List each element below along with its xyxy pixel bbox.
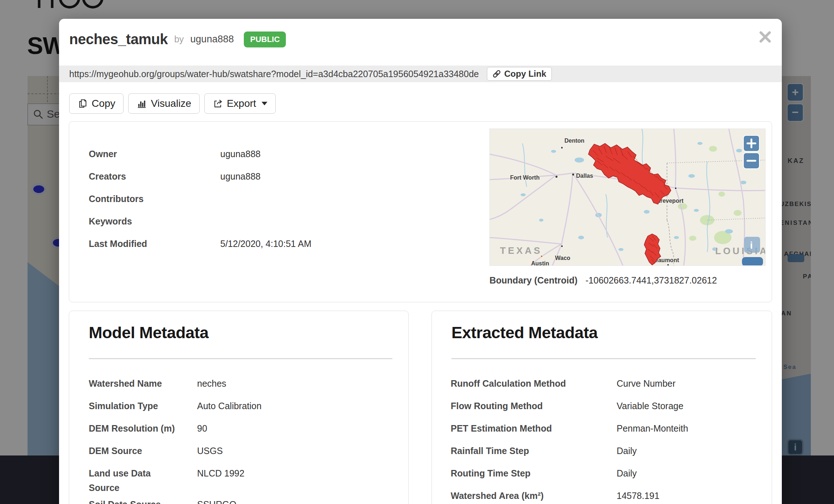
metadata-value: 90 [197, 421, 207, 436]
city-label-dallas: Dallas [576, 173, 593, 179]
metadata-label: Watershed Area (km²) [451, 488, 544, 503]
action-toolbar: Copy Visualize [69, 93, 276, 114]
metadata-label: Watershed Name [89, 376, 179, 391]
visualize-label: Visualize [151, 98, 191, 109]
section-title: Extracted Metadata [451, 323, 598, 342]
metadata-label: Land use Data Source [89, 466, 179, 495]
export-icon [213, 98, 223, 109]
close-icon [758, 30, 772, 44]
city-label-denton: Denton [564, 138, 584, 144]
metadata-value: NLCD 1992 [197, 466, 245, 480]
mini-map-canvas: TEXAS LOUISIANA Denton Fort Worth Dallas… [490, 129, 766, 266]
metadata-value: Daily [617, 444, 637, 458]
section-divider [89, 358, 392, 359]
metadata-label: Runoff Calculation Method [451, 376, 566, 391]
metadata-label: Simulation Type [89, 399, 179, 413]
detail-label: Keywords [89, 214, 132, 228]
metadata-value: Variable Storage [617, 399, 683, 413]
copy-link-label: Copy Link [504, 69, 546, 79]
detail-label: Last Modified [89, 236, 147, 251]
dialog-title-row: neches_tamuk by uguna888 PUBLIC [69, 31, 749, 47]
by-label: by [174, 34, 184, 45]
section-divider [451, 358, 756, 359]
model-metadata-card: Model Metadata Watershed Name neches Sim… [69, 311, 409, 504]
city-label-austin: Austin [531, 260, 549, 266]
chevron-down-icon [262, 102, 267, 105]
section-title: Model Metadata [89, 323, 209, 342]
copy-button[interactable]: Copy [69, 93, 124, 114]
export-label: Export [227, 98, 256, 109]
metadata-label: DEM Resolution (m) [89, 421, 179, 436]
model-title: neches_tamuk [69, 31, 168, 47]
city-label-fort-worth: Fort Worth [510, 175, 539, 181]
metadata-value: Daily [617, 466, 637, 480]
detail-label: Contributors [89, 192, 143, 206]
metadata-value: 14578.191 [617, 488, 659, 503]
watershed-mini-map[interactable]: TEXAS LOUISIANA Denton Fort Worth Dallas… [489, 129, 766, 266]
close-button[interactable] [758, 30, 772, 44]
mini-map-info-button[interactable]: i [744, 237, 760, 253]
boundary-value: -10602663.7441,3731827.02612 [585, 275, 717, 286]
summary-card: Owner uguna888 Creators uguna888 Contrib… [69, 121, 772, 302]
detail-value: uguna888 [220, 169, 260, 184]
copy-icon [78, 98, 88, 109]
mini-map-attribution-bar[interactable] [742, 257, 763, 266]
metadata-value: USGS [197, 444, 223, 458]
detail-value: 5/12/2020, 4:10:51 AM [220, 236, 312, 251]
city-label-waco: Waco [555, 255, 570, 261]
model-detail-dialog: neches_tamuk by uguna888 PUBLIC https://… [59, 19, 782, 504]
visualize-button[interactable]: Visualize [128, 93, 200, 114]
metadata-value: SSURGO [197, 497, 236, 504]
metadata-value: Curve Number [617, 376, 676, 391]
svg-text:i: i [750, 240, 753, 251]
detail-label: Creators [89, 169, 126, 184]
detail-label: Owner [89, 147, 117, 161]
mini-map-zoom-out-button[interactable] [743, 153, 759, 169]
export-button[interactable]: Export [204, 93, 276, 114]
metadata-label: Soil Data Source [89, 497, 179, 504]
copy-label: Copy [92, 98, 115, 109]
metadata-value: Auto Calibration [197, 399, 262, 413]
copy-link-button[interactable]: Copy Link [487, 67, 552, 81]
share-url: https://mygeohub.org/groups/water-hub/sw… [69, 69, 479, 79]
screen: SW Se KAZ UZBEKIST ENISTAN AFGHAN PA AN … [0, 0, 834, 504]
visibility-badge: PUBLIC [244, 32, 286, 47]
metadata-label: Flow Routing Method [451, 399, 543, 413]
metadata-label: Routing Time Step [451, 466, 530, 480]
share-url-bar: https://mygeohub.org/groups/water-hub/sw… [59, 66, 782, 82]
bar-chart-icon [137, 98, 147, 109]
mini-map-zoom-in-button[interactable] [743, 135, 759, 151]
metadata-label: DEM Source [89, 444, 179, 458]
detail-value: uguna888 [220, 147, 260, 161]
extracted-metadata-card: Extracted Metadata Runoff Calculation Me… [431, 311, 772, 504]
region-label-texas: TEXAS [500, 245, 542, 256]
metadata-value: neches [197, 376, 226, 391]
metadata-label: Rainfall Time Step [451, 444, 529, 458]
boundary-label: Boundary (Centroid) [489, 275, 577, 286]
metadata-value: Penman-Monteith [617, 421, 688, 436]
link-icon [492, 70, 501, 78]
metadata-label: PET Estimation Method [451, 421, 552, 436]
author-name: uguna888 [190, 34, 234, 45]
